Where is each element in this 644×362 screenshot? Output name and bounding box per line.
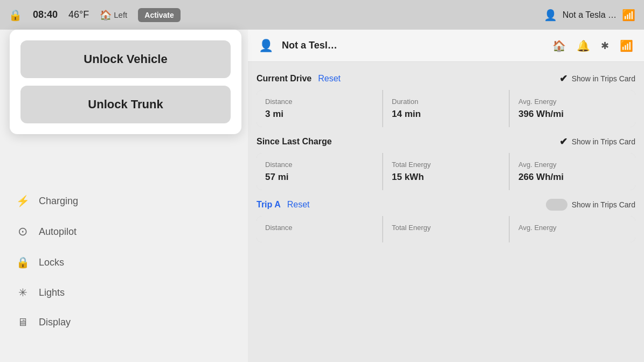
current-drive-trips-label: Show in Trips Card bbox=[572, 74, 635, 83]
trip-a-reset[interactable]: Reset bbox=[287, 200, 310, 210]
home-header-icon[interactable]: 🏠 bbox=[552, 39, 566, 52]
header-icons: 🏠 🔔 ✱ 📶 bbox=[552, 39, 633, 52]
bluetooth-icon[interactable]: ✱ bbox=[601, 40, 609, 52]
unlock-vehicle-button[interactable]: Unlock Vehicle bbox=[20, 40, 231, 78]
stat-cell-distance-slc: Distance 57 mi bbox=[257, 153, 382, 190]
stat-cell-avg-energy-ta: Avg. Energy bbox=[510, 216, 635, 242]
sidebar-item-display[interactable]: 🖥 Display bbox=[0, 308, 248, 337]
stat-value-energy-cd: 396 Wh/mi bbox=[518, 109, 627, 120]
stat-cell-distance-cd: Distance 3 mi bbox=[257, 90, 382, 127]
current-drive-title: Current Drive bbox=[257, 74, 311, 83]
stat-value-distance-cd: 3 mi bbox=[265, 109, 373, 120]
stat-label-distance-slc: Distance bbox=[265, 161, 373, 169]
trip-a-title[interactable]: Trip A bbox=[257, 200, 281, 210]
since-last-charge-section: Since Last Charge ✔ Show in Trips Card D… bbox=[257, 136, 635, 190]
lock-nav-icon: 🔒 bbox=[16, 256, 29, 269]
sidebar-item-charging[interactable]: ⚡ Charging bbox=[0, 186, 248, 216]
unlock-trunk-button[interactable]: Unlock Trunk bbox=[20, 86, 231, 123]
app-header: 👤 Not a Tesl… 🏠 🔔 ✱ 📶 bbox=[248, 30, 644, 62]
avatar-icon: 👤 bbox=[259, 39, 273, 53]
status-bar: 🔒 08:40 46°F 🏠 Left Activate 👤 Not a Tes… bbox=[0, 0, 644, 30]
status-temp: 46°F bbox=[68, 9, 89, 20]
stat-cell-duration-cd: Duration 14 min bbox=[383, 90, 509, 127]
status-home: 🏠 Left bbox=[100, 9, 127, 21]
status-time: 08:40 bbox=[33, 9, 58, 20]
unlock-dropdown: Unlock Vehicle Unlock Trunk bbox=[10, 30, 241, 134]
stat-label-energy-total-ta: Total Energy bbox=[392, 224, 500, 232]
sidebar-item-locks[interactable]: 🔒 Locks bbox=[0, 247, 248, 277]
lock-icon: 🔒 bbox=[9, 9, 22, 22]
stat-cell-distance-ta: Distance bbox=[257, 216, 382, 242]
since-last-charge-grid: Distance 57 mi Total Energy 15 kWh Avg. … bbox=[257, 153, 635, 190]
current-drive-grid: Distance 3 mi Duration 14 min Avg. Energ… bbox=[257, 90, 635, 127]
stat-label-duration-cd: Duration bbox=[392, 98, 500, 106]
stat-value-avg-energy-slc: 266 Wh/mi bbox=[518, 172, 627, 183]
stat-label-avg-energy-slc: Avg. Energy bbox=[518, 161, 627, 169]
activate-button[interactable]: Activate bbox=[138, 8, 180, 22]
sidebar-item-locks-label: Locks bbox=[39, 257, 64, 268]
bell-icon[interactable]: 🔔 bbox=[577, 39, 590, 52]
stat-cell-avg-energy-slc: Avg. Energy 266 Wh/mi bbox=[510, 153, 635, 190]
wifi-header-icon[interactable]: 📶 bbox=[620, 39, 633, 52]
autopilot-icon: ⊙ bbox=[16, 225, 29, 239]
display-icon: 🖥 bbox=[16, 316, 29, 329]
sidebar-item-display-label: Display bbox=[39, 317, 71, 328]
sidebar-item-autopilot[interactable]: ⊙ Autopilot bbox=[0, 216, 248, 247]
stat-value-duration-cd: 14 min bbox=[392, 109, 500, 120]
charging-icon: ⚡ bbox=[16, 194, 29, 207]
stat-cell-energy-total-slc: Total Energy 15 kWh bbox=[383, 153, 509, 190]
trip-a-header: Trip A Reset Show in Trips Card bbox=[257, 199, 635, 211]
stat-label-energy-total-slc: Total Energy bbox=[392, 161, 500, 169]
stat-cell-energy-total-ta: Total Energy bbox=[383, 216, 509, 242]
lights-icon: ✳ bbox=[16, 286, 29, 299]
stat-label-avg-energy-ta: Avg. Energy bbox=[518, 224, 627, 232]
since-last-charge-show-trips: ✔ Show in Trips Card bbox=[559, 136, 635, 148]
sidebar-item-autopilot-label: Autopilot bbox=[39, 226, 77, 238]
current-drive-checkmark: ✔ bbox=[559, 73, 567, 85]
profile-icon: 👤 bbox=[544, 9, 557, 22]
trip-a-trips-label: Show in Trips Card bbox=[572, 200, 635, 209]
since-last-charge-header: Since Last Charge ✔ Show in Trips Card bbox=[257, 136, 635, 148]
content-area: 👤 Not a Tesl… 🏠 🔔 ✱ 📶 Current Drive Rese… bbox=[248, 30, 644, 362]
trip-a-toggle[interactable] bbox=[546, 199, 567, 211]
since-last-charge-trips-label: Show in Trips Card bbox=[572, 137, 635, 146]
stats-container: Current Drive Reset ✔ Show in Trips Card… bbox=[248, 62, 644, 253]
sidebar-item-charging-label: Charging bbox=[39, 196, 78, 207]
trip-a-grid: Distance Total Energy Avg. Energy bbox=[257, 216, 635, 242]
main-layout: Unlock Vehicle Unlock Trunk ⚡ Charging ⊙… bbox=[0, 30, 644, 362]
home-icon: 🏠 bbox=[100, 9, 112, 21]
stat-value-energy-total-slc: 15 kWh bbox=[392, 172, 500, 183]
since-last-charge-checkmark: ✔ bbox=[559, 136, 567, 148]
sidebar: Unlock Vehicle Unlock Trunk ⚡ Charging ⊙… bbox=[0, 30, 248, 362]
app-title: Not a Tesl… bbox=[282, 40, 544, 51]
stat-label-energy-cd: Avg. Energy bbox=[518, 98, 627, 106]
profile-name: Not a Tesla … bbox=[563, 10, 617, 20]
current-drive-reset[interactable]: Reset bbox=[318, 74, 341, 83]
current-drive-header: Current Drive Reset ✔ Show in Trips Card bbox=[257, 73, 635, 85]
stat-label-distance-cd: Distance bbox=[265, 98, 373, 106]
trip-a-section: Trip A Reset Show in Trips Card Distance… bbox=[257, 199, 635, 242]
nav-items: ⚡ Charging ⊙ Autopilot 🔒 Locks ✳ Lights … bbox=[0, 186, 248, 337]
since-last-charge-title: Since Last Charge bbox=[257, 137, 332, 147]
stat-label-distance-ta: Distance bbox=[265, 224, 373, 232]
sidebar-item-lights[interactable]: ✳ Lights bbox=[0, 277, 248, 308]
wifi-icon: 📶 bbox=[622, 9, 635, 22]
stat-value-distance-slc: 57 mi bbox=[265, 172, 373, 183]
trip-a-show-trips: Show in Trips Card bbox=[546, 199, 635, 211]
current-drive-section: Current Drive Reset ✔ Show in Trips Card… bbox=[257, 73, 635, 127]
home-label: Left bbox=[114, 10, 127, 19]
sidebar-item-lights-label: Lights bbox=[39, 287, 65, 298]
current-drive-show-trips: ✔ Show in Trips Card bbox=[559, 73, 635, 85]
stat-cell-energy-cd: Avg. Energy 396 Wh/mi bbox=[510, 90, 635, 127]
